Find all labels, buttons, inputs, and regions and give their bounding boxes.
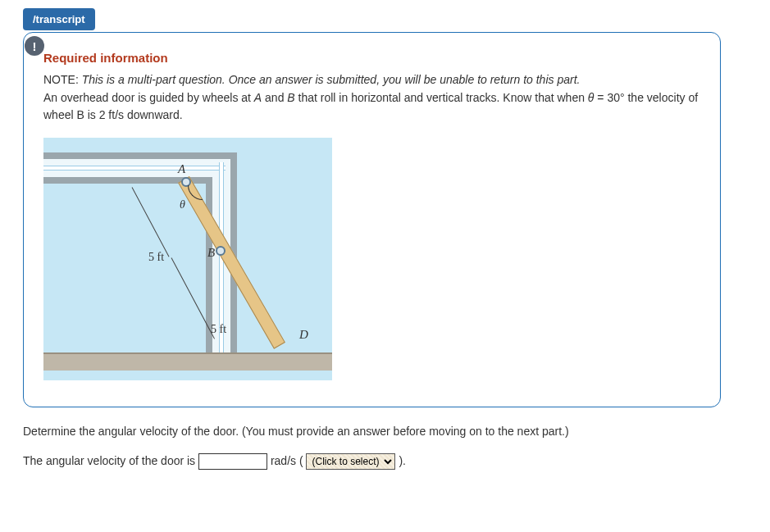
dimension-1: 5 ft [148,251,164,264]
horizontal-rail [43,166,226,171]
transcript-tab[interactable]: /transcript [23,8,95,30]
alert-icon: ! [25,36,44,56]
floor [43,352,332,371]
wheel-B [216,246,226,256]
note-text: This is a multi-part question. Once an a… [82,73,581,86]
problem-description: An overhead door is guided by wheels at … [43,89,700,123]
note-label: NOTE: [43,73,79,86]
problem-diagram: A B D θ 5 ft 5 ft [43,138,332,380]
required-info-box: Required information NOTE: This is a mul… [23,32,721,407]
label-A: A [178,162,185,176]
label-theta: θ [180,198,185,211]
dimension-line-1 [132,187,170,257]
note-line: NOTE: This is a multi-part question. Onc… [43,71,700,88]
desc-pre: An overhead door is guided by wheels at [43,91,254,104]
required-info-title: Required information [43,51,700,65]
desc-mid2: that roll in horizontal and vertical tra… [295,91,588,104]
answer-post: ). [399,454,406,467]
answer-unit: rad/s ( [271,454,307,467]
desc-mid1: and [262,91,287,104]
question-prompt: Determine the angular velocity of the do… [23,422,721,440]
direction-select[interactable]: (Click to select) [306,453,395,470]
label-D: D [299,328,308,342]
label-B: B [207,246,215,260]
dimension-2: 5 ft [211,323,226,336]
angular-velocity-input[interactable] [198,453,267,470]
answer-row: The angular velocity of the door is rad/… [23,452,721,470]
desc-B: B [287,91,294,104]
desc-A: A [254,91,262,104]
question-area: Determine the angular velocity of the do… [23,422,721,471]
answer-pre: The angular velocity of the door is [23,454,198,467]
